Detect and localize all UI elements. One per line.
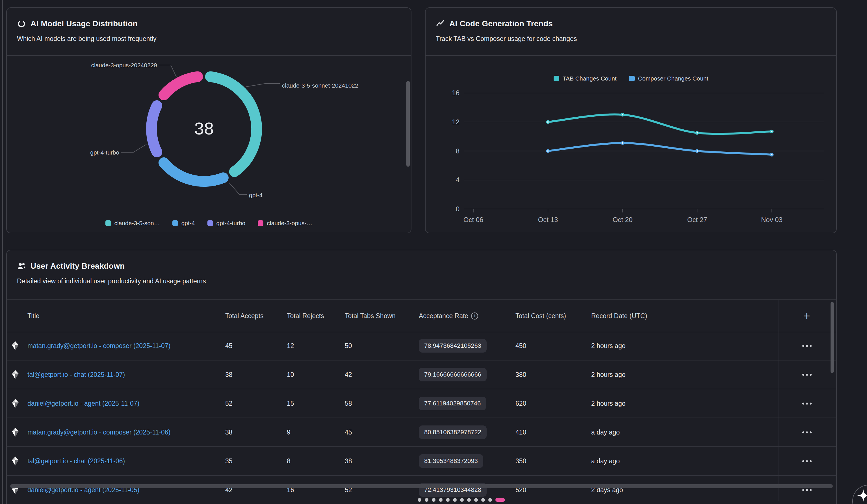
card-subtitle: Detailed view of individual user product… — [17, 277, 826, 285]
row-menu-button[interactable] — [800, 400, 814, 407]
data-point[interactable] — [547, 121, 549, 123]
table-body: matan.grady@getport.io - composer (2025-… — [7, 332, 836, 504]
data-point[interactable] — [771, 130, 773, 133]
entity-gem-icon — [10, 418, 21, 446]
line-series-Composer Changes Count — [548, 143, 772, 154]
row-title-link[interactable]: tal@getport.io - chat (2025-11-06) — [28, 447, 125, 475]
card-title: AI Model Usage Distribution — [31, 19, 138, 28]
donut-legend: claude-3-5-son… gpt-4 gpt-4-turbo claude… — [7, 220, 411, 227]
callout-line — [121, 144, 146, 152]
cell-record-date: 2 hours ago — [591, 361, 625, 389]
column-header-total-accepts: Total Accepts — [225, 300, 264, 332]
page-dot[interactable] — [474, 498, 478, 502]
callout-line — [229, 183, 247, 194]
acceptance-rate-badge: 79.16666666666666 — [419, 368, 486, 382]
user-activity-card: User Activity Breakdown Detailed view of… — [6, 250, 837, 504]
entity-gem-icon — [10, 361, 21, 389]
cell-total-cost: 450 — [515, 332, 526, 360]
row-title-link[interactable]: daniel@getport.io - agent (2025-11-05) — [28, 476, 139, 504]
cell-total-rejects: 8 — [287, 447, 290, 475]
table-row: matan.grady@getport.io - composer (2025-… — [7, 418, 836, 447]
row-menu-button[interactable] — [800, 371, 814, 378]
column-header-record-date: Record Date (UTC) — [591, 300, 647, 332]
ai-assistant-button[interactable] — [852, 485, 867, 504]
card-scrollbar-thumb[interactable] — [406, 81, 410, 167]
row-menu-button[interactable] — [800, 342, 814, 350]
cell-acceptance-rate: 81.3953488372093 — [419, 447, 483, 475]
row-title-link[interactable]: tal@getport.io - chat (2025-11-07) — [28, 361, 125, 389]
legend-label: gpt-4 — [181, 220, 195, 227]
page-dot[interactable] — [481, 498, 485, 502]
data-point[interactable] — [547, 150, 549, 152]
data-point[interactable] — [621, 142, 624, 144]
legend-label: Composer Changes Count — [638, 75, 708, 82]
y-axis-tick-label: 12 — [452, 118, 460, 126]
page-dot[interactable] — [432, 498, 436, 502]
row-title-link[interactable]: matan.grady@getport.io - composer (2025-… — [28, 418, 170, 446]
code-trends-card: AI Code Generation Trends Track TAB vs C… — [425, 7, 837, 233]
entity-gem-icon — [10, 476, 21, 504]
legend-swatch — [554, 76, 559, 82]
donut-segment-claude-3-5-sonnet-20241022[interactable] — [211, 77, 257, 171]
cell-total-accepts: 45 — [225, 332, 233, 360]
y-axis-tick-label: 8 — [456, 147, 460, 155]
column-header-total-tabs-shown: Total Tabs Shown — [345, 300, 396, 332]
trend-line-icon — [436, 19, 445, 28]
donut-segment-gpt-4-turbo[interactable] — [151, 106, 157, 152]
row-menu-button[interactable] — [800, 458, 814, 465]
cell-total-accepts: 38 — [225, 361, 233, 389]
page-dot[interactable] — [425, 498, 428, 502]
model-usage-card: AI Model Usage Distribution Which AI mod… — [6, 7, 411, 233]
row-title-link[interactable]: matan.grady@getport.io - composer (2025-… — [28, 332, 170, 360]
row-menu-button[interactable] — [800, 429, 814, 436]
page-dot-active[interactable] — [495, 498, 505, 502]
row-title-link[interactable]: daniel@getport.io - agent (2025-11-07) — [28, 389, 139, 418]
line-series-TAB Changes Count — [548, 115, 772, 134]
data-point[interactable] — [621, 114, 624, 116]
cell-total-rejects: 10 — [287, 361, 294, 389]
cell-total-accepts: 38 — [225, 418, 233, 446]
donut-segment-gpt-4[interactable] — [164, 163, 223, 181]
table-scrollbar-thumb[interactable] — [831, 302, 834, 373]
cell-acceptance-rate: 80.85106382978722 — [419, 418, 486, 446]
cell-record-date: 2 hours ago — [591, 389, 625, 418]
cell-total-cost: 350 — [515, 447, 526, 475]
data-point[interactable] — [696, 132, 698, 134]
info-icon[interactable]: i — [471, 312, 478, 320]
cell-total-tabs-shown: 58 — [345, 389, 352, 418]
page-dot[interactable] — [488, 498, 492, 502]
donut-callout-label: gpt-4-turbo — [90, 149, 119, 156]
callout-line — [159, 65, 176, 77]
page-dot[interactable] — [467, 498, 471, 502]
column-header-total-rejects: Total Rejects — [287, 300, 324, 332]
cell-acceptance-rate: 77.61194029850746 — [419, 389, 486, 418]
x-axis-tick-label: Nov 03 — [761, 216, 782, 224]
table-horizontal-scrollbar[interactable] — [10, 484, 833, 488]
page-dot[interactable] — [418, 498, 421, 502]
dashboard-pagination — [418, 498, 505, 502]
cell-total-rejects: 15 — [287, 389, 294, 418]
actions-column-divider — [779, 300, 779, 501]
add-column-button[interactable]: + — [779, 300, 835, 332]
legend-label: TAB Changes Count — [563, 75, 617, 82]
code-trends-header: AI Code Generation Trends Track TAB vs C… — [426, 8, 836, 56]
x-axis-tick-label: Oct 13 — [538, 216, 558, 224]
cell-record-date: a day ago — [591, 447, 620, 475]
page-dot[interactable] — [446, 498, 450, 502]
page-dot[interactable] — [460, 498, 464, 502]
page-dot[interactable] — [453, 498, 457, 502]
x-axis-tick-label: Oct 27 — [687, 216, 707, 224]
donut-segment-claude-3-opus-20240229[interactable] — [164, 77, 197, 95]
cell-record-date: 2 hours ago — [591, 332, 625, 360]
cell-total-rejects: 9 — [287, 418, 290, 446]
cell-total-tabs-shown: 42 — [345, 361, 352, 389]
legend-item: Composer Changes Count — [629, 75, 708, 82]
data-point[interactable] — [696, 150, 698, 152]
card-subtitle: Track TAB vs Composer usage for code cha… — [436, 35, 826, 43]
cell-total-cost: 620 — [515, 389, 526, 418]
card-title: AI Code Generation Trends — [449, 19, 553, 28]
page-dot[interactable] — [439, 498, 442, 502]
y-axis-tick-label: 0 — [456, 205, 460, 213]
data-point[interactable] — [771, 153, 773, 156]
y-axis-tick-label: 4 — [456, 176, 460, 184]
